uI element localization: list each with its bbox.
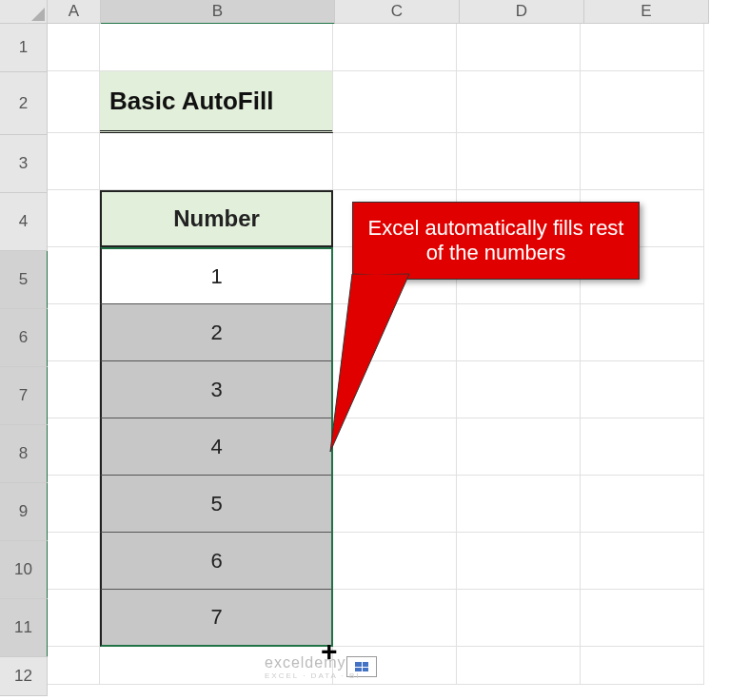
cell-A5[interactable]	[48, 247, 100, 304]
watermark: exceldemy EXCEL · DATA · BI	[265, 654, 361, 680]
column-headers: ABCDE	[48, 0, 709, 23]
cell-B5[interactable]: 1	[100, 247, 333, 304]
cell-B6[interactable]: 2	[100, 304, 333, 361]
cell-A2[interactable]	[48, 71, 100, 133]
cell-A4[interactable]	[48, 190, 100, 247]
cell-D6[interactable]	[457, 304, 581, 361]
cell-C3[interactable]	[333, 133, 457, 190]
cell-B4[interactable]: Number	[100, 190, 333, 247]
row-header-9[interactable]: 9	[0, 483, 49, 541]
cell-B7[interactable]: 3	[100, 361, 333, 418]
cell-D2[interactable]	[457, 71, 581, 133]
cell-C7[interactable]	[333, 361, 457, 418]
cell-A3[interactable]	[48, 133, 100, 190]
column-header-A[interactable]: A	[48, 0, 101, 24]
callout-box: Excel automatically fills rest of the nu…	[352, 202, 640, 280]
cell-C1[interactable]	[333, 24, 457, 71]
cell-D3[interactable]	[457, 133, 581, 190]
cell-E12[interactable]	[581, 647, 704, 685]
row-header-3[interactable]: 3	[0, 135, 48, 193]
row-header-12[interactable]: 12	[0, 657, 48, 696]
row-header-4[interactable]: 4	[0, 193, 48, 251]
cell-D12[interactable]	[457, 647, 581, 685]
row-headers: 123456789101112	[0, 24, 47, 696]
cell-C6[interactable]	[333, 304, 457, 361]
column-header-C[interactable]: C	[335, 0, 460, 24]
cell-C2[interactable]	[333, 71, 457, 133]
cell-C11[interactable]	[333, 590, 457, 647]
column-header-D[interactable]: D	[460, 0, 584, 24]
row-header-5[interactable]: 5	[0, 251, 49, 309]
cell-D1[interactable]	[457, 24, 581, 71]
cell-A11[interactable]	[48, 590, 100, 647]
cell-B9[interactable]: 5	[100, 476, 333, 533]
cell-E10[interactable]	[581, 533, 704, 590]
cell-A10[interactable]	[48, 533, 100, 590]
cell-B1[interactable]	[100, 24, 333, 71]
cell-A12[interactable]	[48, 647, 100, 685]
cell-E7[interactable]	[581, 361, 704, 418]
cell-E1[interactable]	[581, 24, 704, 71]
cell-A8[interactable]	[48, 418, 100, 476]
cell-E3[interactable]	[581, 133, 704, 190]
cell-D10[interactable]	[457, 533, 581, 590]
cell-E6[interactable]	[581, 304, 704, 361]
cell-D7[interactable]	[457, 361, 581, 418]
row-header-6[interactable]: 6	[0, 309, 49, 367]
cell-B8[interactable]: 4	[100, 418, 333, 476]
cell-B2[interactable]: Basic AutoFill	[100, 71, 333, 133]
cell-A7[interactable]	[48, 361, 100, 418]
cell-D11[interactable]	[457, 590, 581, 647]
select-all-corner[interactable]	[0, 0, 48, 24]
cell-A9[interactable]	[48, 476, 100, 533]
cell-A1[interactable]	[48, 24, 100, 71]
cell-D9[interactable]	[457, 476, 581, 533]
cell-E9[interactable]	[581, 476, 704, 533]
cell-B10[interactable]: 6	[100, 533, 333, 590]
watermark-brand: exceldemy	[265, 654, 345, 671]
cell-B11[interactable]: 7	[100, 590, 333, 647]
cell-A6[interactable]	[48, 304, 100, 361]
cell-C8[interactable]	[333, 418, 457, 476]
cell-D8[interactable]	[457, 418, 581, 476]
cell-E2[interactable]	[581, 71, 704, 133]
row-header-7[interactable]: 7	[0, 367, 49, 425]
row-header-11[interactable]: 11	[0, 599, 49, 657]
row-header-2[interactable]: 2	[0, 72, 48, 135]
callout-text: Excel automatically fills rest of the nu…	[368, 216, 624, 264]
row-header-8[interactable]: 8	[0, 425, 49, 483]
column-header-E[interactable]: E	[584, 0, 709, 24]
row-header-10[interactable]: 10	[0, 541, 49, 599]
select-all-triangle-icon	[31, 8, 45, 21]
row-header-1[interactable]: 1	[0, 24, 48, 72]
cell-E8[interactable]	[581, 418, 704, 476]
cell-C9[interactable]	[333, 476, 457, 533]
watermark-tagline: EXCEL · DATA · BI	[265, 671, 361, 680]
grid-cells: Basic AutoFillNumber1234567	[48, 24, 704, 685]
cell-B3[interactable]	[100, 133, 333, 190]
cell-C10[interactable]	[333, 533, 457, 590]
column-header-B[interactable]: B	[101, 0, 335, 25]
cell-E11[interactable]	[581, 590, 704, 647]
